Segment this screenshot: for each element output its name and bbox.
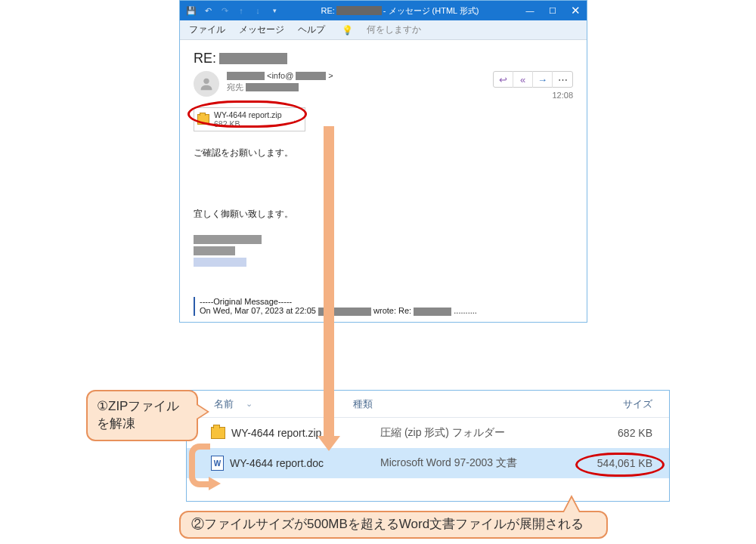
- body-line-2: 宜しく御願い致します。: [194, 206, 573, 221]
- outlook-message-window: 💾 ↶ ↷ ↑ ↓ ▾ RE: - メッセージ (HTML 形式) — ☐ ✕ …: [179, 0, 587, 323]
- callout-step2: ②ファイルサイズが500MBを超えるWord文書ファイルが展開される: [179, 511, 608, 539]
- body-line-1: ご確認をお願いします。: [194, 145, 573, 160]
- file-row-zip[interactable]: WY-4644 report.zip 圧縮 (zip 形式) フォルダー 682…: [187, 418, 669, 448]
- up-icon[interactable]: ↑: [234, 6, 248, 15]
- minimize-button[interactable]: —: [519, 1, 541, 20]
- redo-icon[interactable]: ↷: [218, 6, 231, 16]
- file-size: 682 KB: [550, 427, 669, 439]
- orig-line2: On Wed, Mar 07, 2023 at 22:05 wrote: Re:…: [200, 306, 573, 316]
- sort-indicator-icon[interactable]: ⌄: [246, 399, 253, 409]
- signature-redacted: [194, 235, 573, 267]
- file-size: 544,061 KB: [550, 457, 669, 469]
- sender-row: <info@ >: [227, 71, 485, 80]
- recipients-row: 宛先: [227, 82, 485, 93]
- attachment-name: WY-4644 report.zip: [214, 110, 282, 119]
- redacted-sender-name: [227, 72, 265, 80]
- reply-actions: ↩ « → ⋯: [493, 71, 573, 88]
- tab-help[interactable]: ヘルプ: [298, 23, 325, 36]
- close-button[interactable]: ✕: [564, 1, 587, 20]
- redacted-sender-domain: [296, 72, 326, 80]
- subject-prefix: RE:: [194, 51, 216, 66]
- titlebar: 💾 ↶ ↷ ↑ ↓ ▾ RE: - メッセージ (HTML 形式) — ☐ ✕: [180, 1, 587, 20]
- redacted-orig-subject: [414, 308, 451, 316]
- file-row-doc[interactable]: W WY-4644 report.doc Microsoft Word 97-2…: [187, 448, 669, 478]
- column-name[interactable]: 名前: [214, 397, 234, 411]
- qat-dropdown-icon[interactable]: ▾: [268, 7, 281, 14]
- tab-message[interactable]: メッセージ: [239, 23, 284, 36]
- file-name: WY-4644 report.zip: [231, 427, 321, 439]
- window-title: RE: - メッセージ (HTML 形式): [281, 5, 519, 17]
- timestamp: 12:08: [552, 91, 573, 100]
- more-actions-icon[interactable]: ⋯: [553, 71, 572, 88]
- down-icon[interactable]: ↓: [251, 6, 265, 15]
- arrow-extract-bracket: [189, 444, 210, 487]
- ribbon: ファイル メッセージ ヘルプ 💡 何をしますか: [180, 20, 587, 40]
- redacted-recipient: [246, 83, 299, 91]
- message-body: ご確認をお願いします。 宜しく御願い致します。: [194, 145, 573, 221]
- tab-file[interactable]: ファイル: [189, 23, 225, 36]
- explorer-columns: 名前 ⌄ 種類 サイズ: [187, 391, 669, 418]
- callout-step1: ①ZIPファイルを解凍: [86, 390, 198, 441]
- avatar: [194, 71, 219, 97]
- orig-header: -----Original Message-----: [200, 297, 573, 306]
- undo-icon[interactable]: ↶: [201, 6, 215, 16]
- zip-folder-icon: [211, 427, 225, 439]
- subject-row: RE:: [194, 51, 573, 66]
- forward-icon[interactable]: →: [533, 71, 553, 88]
- original-message-quote: -----Original Message----- On Wed, Mar 0…: [194, 297, 573, 316]
- save-icon[interactable]: 💾: [184, 6, 198, 16]
- file-name: WY-4644 report.doc: [230, 457, 324, 469]
- redacted-subject: [336, 6, 382, 15]
- svg-point-0: [203, 79, 209, 84]
- explorer-window: 名前 ⌄ 種類 サイズ WY-4644 report.zip 圧縮 (zip 形…: [186, 390, 670, 502]
- zip-icon: [197, 114, 209, 125]
- file-type: 圧縮 (zip 形式) フォルダー: [380, 426, 550, 440]
- redacted-subject-body: [219, 53, 287, 64]
- tellme-bulb-icon: 💡: [342, 25, 353, 36]
- reply-all-icon[interactable]: «: [513, 71, 533, 88]
- tellme-input[interactable]: 何をしますか: [367, 23, 421, 36]
- column-type[interactable]: 種類: [353, 397, 523, 411]
- chevron-down-icon[interactable]: ⌄: [293, 116, 299, 124]
- file-type: Microsoft Word 97-2003 文書: [380, 456, 550, 470]
- maximize-button[interactable]: ☐: [541, 1, 564, 20]
- attachment-chip[interactable]: WY-4644 report.zip 682 KB ⌄: [194, 107, 305, 131]
- attachment-size: 682 KB: [214, 119, 240, 128]
- reply-icon[interactable]: ↩: [494, 71, 513, 88]
- column-size[interactable]: サイズ: [523, 397, 669, 411]
- arrow-zip-to-explorer: [324, 126, 334, 436]
- word-doc-icon: W: [211, 456, 224, 471]
